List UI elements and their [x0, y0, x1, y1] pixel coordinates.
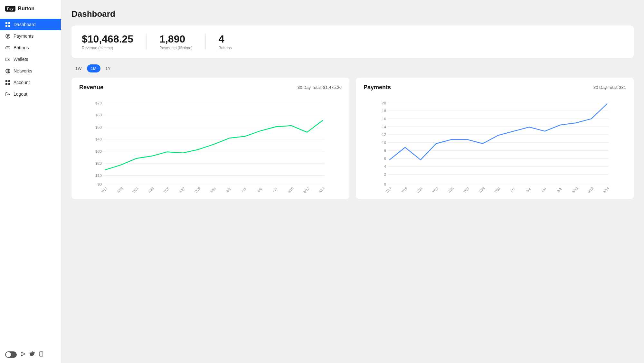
- stat-payments: 1,890 Payments (lifetime): [159, 33, 205, 50]
- svg-rect-1: [8, 22, 10, 24]
- revenue-chart-title: Revenue: [79, 84, 103, 91]
- payments-chart-svg: 20 18 16 14 12 10 8 6 4 2 0 7/17: [364, 96, 626, 193]
- svg-text:8/8: 8/8: [556, 187, 563, 193]
- stats-card: $10,468.25 Revenue (lifetime) 1,890 Paym…: [71, 25, 634, 58]
- payments-chart-card: Payments 30 Day Total: 381: [356, 78, 634, 199]
- svg-text:7/21: 7/21: [416, 186, 423, 193]
- sidebar-item-wallets[interactable]: Wallets: [0, 53, 61, 65]
- svg-text:7/29: 7/29: [478, 186, 486, 193]
- svg-text:16: 16: [382, 117, 386, 121]
- svg-rect-13: [8, 83, 10, 85]
- stat-revenue-value: $10,468.25: [82, 33, 133, 45]
- svg-text:$70: $70: [95, 101, 102, 105]
- stat-revenue: $10,468.25 Revenue (lifetime): [82, 33, 146, 50]
- account-icon: [5, 80, 10, 85]
- stat-buttons-label: Buttons: [219, 46, 232, 50]
- payments-chart-header: Payments 30 Day Total: 381: [364, 84, 626, 91]
- svg-rect-10: [5, 80, 7, 82]
- svg-text:8/10: 8/10: [287, 186, 294, 193]
- svg-rect-0: [5, 22, 7, 24]
- svg-text:14: 14: [382, 125, 386, 129]
- svg-text:$50: $50: [95, 125, 102, 129]
- sidebar-item-label: Payments: [14, 33, 33, 39]
- send-icon[interactable]: [21, 351, 26, 358]
- sidebar-footer: [0, 346, 61, 363]
- svg-text:$40: $40: [95, 137, 102, 141]
- sidebar-item-label: Dashboard: [14, 22, 36, 27]
- sidebar-item-logout[interactable]: Logout: [0, 88, 61, 100]
- revenue-chart-svg: $70 $60 $50 $40 $30 $20 $10 $0 7/17 7/19…: [79, 96, 342, 193]
- svg-text:7/21: 7/21: [132, 186, 139, 193]
- sidebar-item-label: Buttons: [14, 45, 29, 50]
- svg-text:8/4: 8/4: [241, 187, 247, 193]
- stat-buttons-value: 4: [219, 33, 232, 45]
- svg-text:7/19: 7/19: [400, 186, 408, 193]
- svg-text:8/10: 8/10: [571, 186, 579, 193]
- svg-text:8/4: 8/4: [525, 187, 531, 193]
- payments-icon: [5, 33, 10, 39]
- sidebar-item-networks[interactable]: Networks: [0, 65, 61, 77]
- svg-text:7/27: 7/27: [178, 186, 185, 193]
- sidebar-item-label: Account: [14, 80, 30, 85]
- svg-text:7/17: 7/17: [385, 186, 392, 193]
- revenue-chart-header: Revenue 30 Day Total: $1,475.26: [79, 84, 342, 91]
- svg-rect-12: [5, 83, 7, 85]
- revenue-chart-card: Revenue 30 Day Total: $1,475.26 $70 $60: [71, 78, 349, 199]
- svg-text:4: 4: [384, 164, 386, 168]
- svg-text:2: 2: [384, 172, 386, 177]
- time-btn-1m[interactable]: 1M: [87, 64, 100, 72]
- time-btn-1y[interactable]: 1Y: [102, 64, 115, 72]
- time-btn-1w[interactable]: 1W: [71, 64, 86, 72]
- svg-point-7: [8, 59, 9, 60]
- payments-chart-title: Payments: [364, 84, 391, 91]
- svg-text:7/19: 7/19: [116, 186, 123, 193]
- logout-icon: [5, 91, 10, 97]
- stat-payments-value: 1,890: [159, 33, 193, 45]
- logo-text: Button: [18, 6, 35, 12]
- sidebar-item-payments[interactable]: Payments: [0, 30, 61, 42]
- svg-text:7/23: 7/23: [431, 186, 439, 193]
- main-content: Dashboard $10,468.25 Revenue (lifetime) …: [61, 0, 644, 363]
- svg-text:7/25: 7/25: [447, 186, 454, 193]
- sidebar-item-label: Wallets: [14, 57, 28, 62]
- buttons-icon: [5, 45, 10, 50]
- revenue-chart-container: $70 $60 $50 $40 $30 $20 $10 $0 7/17 7/19…: [79, 96, 342, 193]
- stat-divider-1: [146, 34, 147, 50]
- page-title: Dashboard: [71, 9, 634, 19]
- stat-divider-2: [205, 34, 206, 50]
- theme-toggle[interactable]: [5, 351, 17, 358]
- sidebar-item-buttons[interactable]: Buttons: [0, 42, 61, 53]
- svg-text:7/31: 7/31: [209, 186, 217, 193]
- svg-text:$0: $0: [98, 182, 102, 186]
- svg-text:8/12: 8/12: [587, 186, 594, 193]
- svg-text:7/29: 7/29: [194, 186, 201, 193]
- svg-rect-3: [8, 25, 10, 27]
- svg-text:8/12: 8/12: [302, 186, 310, 193]
- stat-revenue-label: Revenue (lifetime): [82, 46, 133, 50]
- dashboard-icon: [5, 22, 10, 27]
- wallets-icon: [5, 57, 10, 62]
- svg-text:7/17: 7/17: [100, 186, 108, 193]
- payments-chart-total: 30 Day Total: 381: [593, 85, 626, 90]
- sidebar: Pay Button Dashboard Payments Buttons W: [0, 0, 61, 363]
- svg-text:18: 18: [382, 109, 386, 113]
- sidebar-nav: Dashboard Payments Buttons Wallets Netwo…: [0, 17, 61, 346]
- document-icon[interactable]: [39, 351, 44, 358]
- svg-text:7/31: 7/31: [494, 186, 501, 193]
- payments-chart-container: 20 18 16 14 12 10 8 6 4 2 0 7/17: [364, 96, 626, 193]
- svg-text:8/14: 8/14: [602, 186, 610, 193]
- svg-text:8/2: 8/2: [225, 187, 232, 193]
- svg-rect-2: [5, 25, 7, 27]
- revenue-chart-total: 30 Day Total: $1,475.26: [298, 85, 342, 90]
- svg-text:8/8: 8/8: [272, 187, 278, 193]
- svg-text:8/6: 8/6: [541, 187, 547, 193]
- svg-text:$20: $20: [95, 161, 102, 165]
- sidebar-item-account[interactable]: Account: [0, 77, 61, 88]
- twitter-icon[interactable]: [30, 351, 35, 358]
- svg-text:7/25: 7/25: [163, 186, 170, 193]
- logo-badge: Pay: [5, 6, 15, 12]
- svg-text:$30: $30: [95, 149, 102, 153]
- svg-text:10: 10: [382, 140, 386, 145]
- sidebar-item-dashboard[interactable]: Dashboard: [0, 19, 61, 30]
- svg-text:8/14: 8/14: [318, 186, 325, 193]
